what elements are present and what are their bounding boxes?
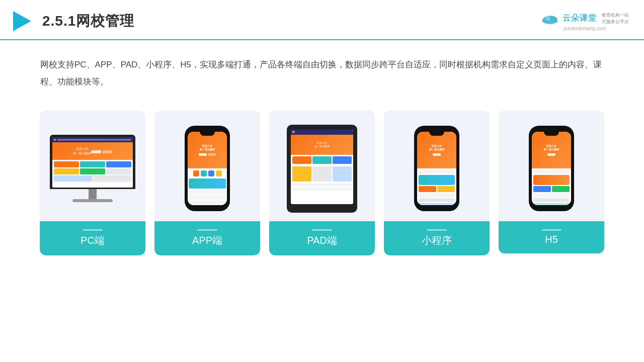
brand-url: yunduoketang.com xyxy=(564,26,606,31)
app-preview: 职进人的第一堂兴趣课 xyxy=(154,111,260,221)
pc-label-text: PC端 xyxy=(80,235,105,246)
pad-label-text: PAD端 xyxy=(307,235,337,246)
description-content: 网校支持PC、APP、PAD、小程序、H5，实现多端打通，产品各终端自由切换，数… xyxy=(40,60,602,86)
pc-card-1 xyxy=(54,161,79,167)
h5-label-text: H5 xyxy=(545,234,558,245)
pad-tablet-screen: 职进人的第一堂兴趣课 xyxy=(291,130,353,204)
label-divider-2 xyxy=(197,229,217,231)
svg-marker-0 xyxy=(13,11,31,31)
pc-row-2 xyxy=(54,168,131,174)
h5-screen-content: 职进人的第一堂兴趣课 xyxy=(532,132,571,205)
app-hero: 职进人的第一堂兴趣课 xyxy=(188,132,227,168)
h5-hero-text: 职进人的第一堂兴趣课 xyxy=(544,144,559,151)
brand-area: 云朵课堂 教育机构一站 式服务云平台 yunduoketang.com xyxy=(540,12,629,31)
app-card: 职进人的第一堂兴趣课 xyxy=(154,111,260,255)
pc-row-3 xyxy=(54,175,131,182)
app-row-3 xyxy=(189,201,226,205)
pc-base xyxy=(72,199,113,202)
app-label: APP端 xyxy=(154,221,260,255)
app-phone-mockup: 职进人的第一堂兴趣课 xyxy=(185,126,230,211)
h5-phone-mockup: 职进人的第一堂兴趣课 xyxy=(529,126,574,211)
miniprogram-screen-content: 职进人的第一堂兴趣课 xyxy=(417,132,456,205)
pad-tablet-outer: 职进人的第一堂兴趣课 xyxy=(287,125,357,213)
pc-stand xyxy=(89,189,97,199)
miniprogram-phone-screen: 职进人的第一堂兴趣课 xyxy=(417,132,456,205)
page-title: 2.5.1网校管理 xyxy=(42,12,134,31)
brand-logo: 云朵课堂 教育机构一站 式服务云平台 xyxy=(540,12,629,26)
app-icon-1 xyxy=(193,170,199,176)
pad-tablet-mockup: 职进人的第一堂兴趣课 xyxy=(287,125,357,213)
label-divider xyxy=(83,229,103,231)
app-banner xyxy=(189,178,226,189)
miniprogram-phone-mockup: 职进人的第一堂兴趣课 xyxy=(414,126,459,211)
pc-nav-bar xyxy=(52,137,133,142)
app-icon-3 xyxy=(208,170,214,176)
phone-notch xyxy=(200,132,215,136)
header-left: 2.5.1网校管理 xyxy=(10,9,134,33)
pc-card-7 xyxy=(54,175,92,182)
pc-label: PC端 xyxy=(40,221,145,255)
pc-card: 职进人的第一堂兴趣课 xyxy=(40,111,145,255)
pc-card-2 xyxy=(80,161,105,167)
app-icon-2 xyxy=(201,170,207,176)
pad-label: PAD端 xyxy=(269,221,375,255)
app-phone-screen: 职进人的第一堂兴趣课 xyxy=(188,132,227,205)
svg-point-6 xyxy=(545,17,551,21)
app-row-2 xyxy=(189,196,226,200)
nav-dot xyxy=(54,139,56,141)
label-divider-5 xyxy=(541,229,561,231)
header: 2.5.1网校管理 云朵课堂 教育机构一站 式服务云平台 yunduoketan… xyxy=(0,0,644,40)
phone-notch-mini xyxy=(429,132,444,136)
pc-mockup: 职进人的第一堂兴趣课 xyxy=(50,135,135,202)
miniprogram-card: 职进人的第一堂兴趣课 xyxy=(384,111,490,255)
miniprogram-hero-text: 职进人的第一堂兴趣课 xyxy=(429,144,444,151)
pc-screen-outer: 职进人的第一堂兴趣课 xyxy=(50,135,135,189)
pc-body xyxy=(52,160,133,183)
pad-preview: 职进人的第一堂兴趣课 xyxy=(269,111,375,221)
pc-card-3 xyxy=(106,161,131,167)
logo-icon xyxy=(10,9,34,33)
app-row-1 xyxy=(189,191,226,195)
app-icons xyxy=(188,168,227,177)
pc-card-5 xyxy=(80,168,105,174)
pad-card: 职进人的第一堂兴趣课 xyxy=(269,111,375,255)
description-text: 网校支持PC、APP、PAD、小程序、H5，实现多端打通，产品各终端自由切换，数… xyxy=(0,40,644,101)
brand-slogan-line2: 式服务云平台 xyxy=(602,19,629,25)
phone-notch-h5 xyxy=(544,132,559,136)
pc-card-6 xyxy=(106,168,131,174)
pc-preview: 职进人的第一堂兴趣课 xyxy=(40,111,145,221)
h5-preview: 职进人的第一堂兴趣课 xyxy=(499,111,604,221)
app-label-text: APP端 xyxy=(192,235,222,246)
pc-screen-inner: 职进人的第一堂兴趣课 xyxy=(52,137,133,188)
h5-card: 职进人的第一堂兴趣课 xyxy=(499,111,604,255)
h5-label: H5 xyxy=(499,221,604,253)
label-divider-4 xyxy=(427,229,447,231)
cloud-icon xyxy=(540,12,559,26)
app-icon-4 xyxy=(216,170,222,176)
miniprogram-label: 小程序 xyxy=(384,221,490,255)
app-screen-content: 职进人的第一堂兴趣课 xyxy=(188,132,227,205)
brand-name: 云朵课堂 xyxy=(562,13,597,24)
label-divider-3 xyxy=(312,229,332,231)
app-hero-text: 职进人的第一堂兴趣课 xyxy=(200,144,215,151)
miniprogram-label-text: 小程序 xyxy=(422,235,452,246)
pc-card-8 xyxy=(93,175,131,182)
h5-phone-screen: 职进人的第一堂兴趣课 xyxy=(532,132,571,205)
pc-row-1 xyxy=(54,161,131,167)
miniprogram-preview: 职进人的第一堂兴趣课 xyxy=(384,111,490,221)
miniprogram-hero: 职进人的第一堂兴趣课 xyxy=(417,132,456,168)
h5-hero: 职进人的第一堂兴趣课 xyxy=(532,132,571,168)
brand-slogan-line1: 教育机构一站 xyxy=(602,12,629,19)
pc-card-4 xyxy=(54,168,79,174)
pc-hero: 职进人的第一堂兴趣课 xyxy=(52,142,133,160)
device-cards-section: 职进人的第一堂兴趣课 xyxy=(0,101,644,255)
app-content-rows xyxy=(188,190,227,205)
